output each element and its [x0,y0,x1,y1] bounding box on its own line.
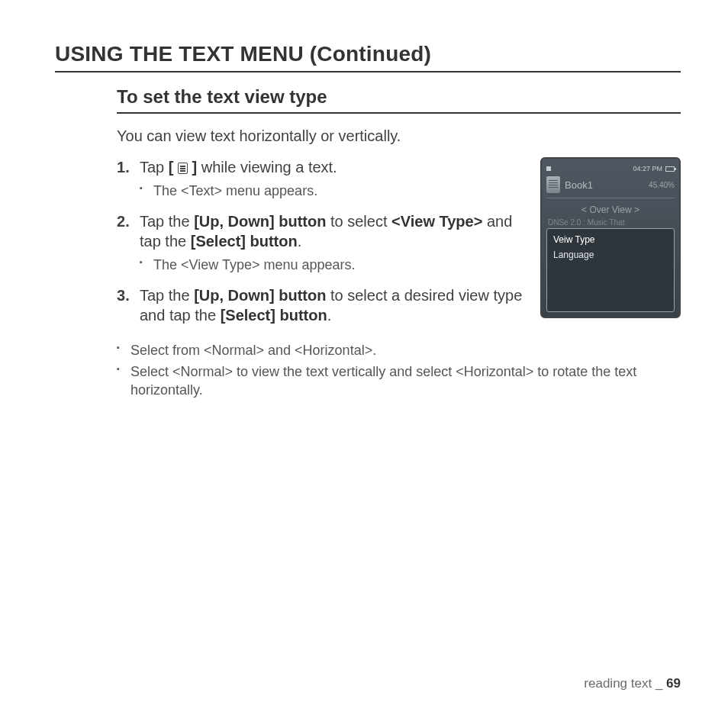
step1-text-pre: Tap [140,159,169,176]
main-title: USING THE TEXT MENU (Continued) [55,42,681,72]
step3-b1: [Up, Down] button [194,287,326,304]
stop-icon [546,166,551,171]
step3-t3: . [327,307,332,324]
step2-b1: [Up, Down] button [194,213,326,230]
page-footer: reading text _ 69 [584,676,681,691]
step2-t1: Tap the [140,213,194,230]
device-popup: Veiw Type Language [546,228,675,312]
step-3: Tap the [Up, Down] button to select a de… [117,285,527,326]
popup-option-language: Language [552,247,669,263]
device-status-bar: 04:27 PM [546,163,675,174]
step2-t2: to select [326,213,391,230]
device-percent: 45.40% [649,181,675,189]
step2-t4: . [298,233,302,250]
device-subtitle: < Over View > [546,198,675,218]
step1-sub1: The <Text> menu appears. [140,182,527,200]
device-title: Book1 [565,179,644,191]
device-titlebar: Book1 45.40% [546,174,675,198]
footer-label: reading text _ [584,676,666,691]
battery-icon [665,166,675,172]
menu-icon [178,163,188,174]
step1-bracket-close: ] [188,159,197,176]
document-icon [546,176,560,193]
device-truncated-text: DNSe 2.0 : Music That [546,218,675,228]
step3-sub2: Select <Normal> to view the text vertica… [117,362,681,400]
step3-sub1: Select from <Normal> and <Horizontal>. [117,341,681,359]
step2-sub1: The <View Type> menu appears. [140,256,527,274]
step1-text-post: while viewing a text. [197,159,337,176]
device-mock: 04:27 PM Book1 45.40% < Over View > DNSe… [540,157,681,318]
step3-b2: [Select] button [221,307,327,324]
step2-b3: [Select] button [191,233,298,250]
step1-bracket-open: [ [169,159,178,176]
step-1: Tap [ ] while viewing a text. The <Text>… [117,157,527,201]
section-title: To set the text view type [117,86,681,114]
step-2: Tap the [Up, Down] button to select <Vie… [117,211,527,275]
step3-t1: Tap the [140,287,194,304]
device-time: 04:27 PM [633,165,662,172]
popup-option-viewtype: Veiw Type [552,232,669,247]
footer-page-number: 69 [666,676,681,691]
step2-b2: <View Type> [391,213,482,230]
section-intro: You can view text horizontally or vertic… [117,127,681,145]
